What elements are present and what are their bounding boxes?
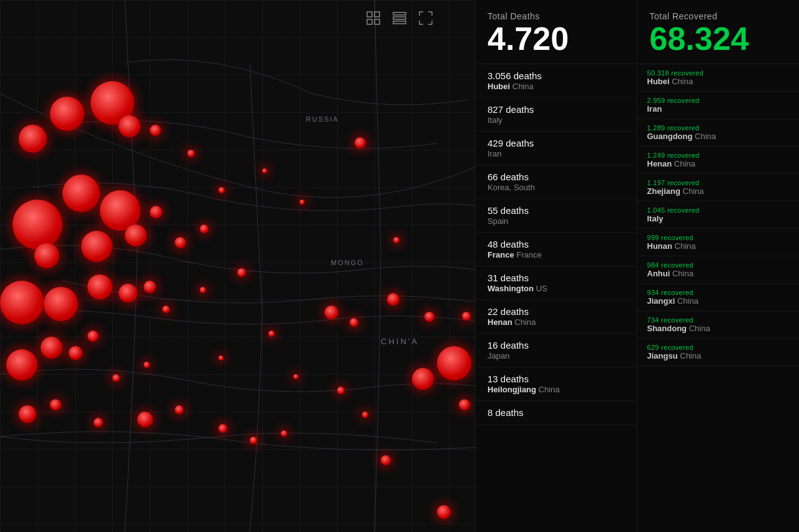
stat-location: Washington US: [488, 284, 624, 293]
dot-china-1: [387, 293, 400, 306]
dot-large-1: [50, 97, 84, 131]
dot-large-3: [19, 125, 47, 153]
stat-location: France France: [488, 250, 624, 259]
rec-location: Iran: [647, 104, 790, 114]
dot-sc-6: [350, 318, 358, 327]
dot-sc-8: [162, 306, 170, 313]
rec-count: 1.289 recovered: [647, 124, 790, 132]
dot-large-9: [6, 349, 37, 380]
dot-medium-9: [137, 412, 153, 427]
list-item: 31 deaths Washington US: [475, 266, 637, 300]
list-item: 50.318 recovered Hubei China: [637, 64, 800, 92]
rec-count: 1.045 recovered: [647, 206, 790, 214]
rec-count: 1.197 recovered: [647, 179, 790, 186]
dot-sc-7: [200, 287, 206, 293]
list-item: 984 recovered Anhui China: [637, 256, 800, 284]
dot-medium-2: [34, 243, 59, 268]
svg-rect-0: [367, 12, 372, 17]
dot-medium-3: [81, 231, 112, 262]
list-item: 3.056 deaths Hubei China: [475, 64, 637, 98]
list-item: 629 recovered Jiangsu China: [637, 339, 800, 366]
map-label-china: CHIN'A: [381, 337, 419, 346]
recovered-total: 68.324: [650, 22, 787, 55]
dot-medium-6: [119, 284, 137, 302]
map-label-russia: RUSSIA: [306, 115, 339, 123]
map-area: RUSSIA MONGO CHIN'A: [0, 0, 499, 532]
map-label-mongo: MONGO: [331, 259, 364, 266]
dot-medium-5: [87, 274, 112, 299]
list-item: 827 deaths Italy: [475, 98, 637, 132]
stat-count: 55 deaths: [488, 205, 624, 216]
stat-location: Korea, South: [488, 183, 624, 192]
rec-count: 734 recovered: [647, 316, 790, 324]
dot-china-medium: [412, 368, 434, 390]
stat-location: Spain: [488, 216, 624, 226]
dot-small-3: [144, 281, 156, 293]
dot-china-bottom: [459, 399, 470, 410]
list-item: 55 deaths Spain: [475, 199, 637, 233]
rec-count: 1.249 recovered: [647, 152, 790, 159]
dot-sc-3: [262, 168, 267, 173]
dot-sc-5: [325, 306, 338, 319]
rec-count: 999 recovered: [647, 234, 790, 241]
recovered-panel: Total Recovered 68.324 50.318 recovered …: [637, 0, 800, 532]
dot-sc-4: [300, 200, 305, 205]
stat-count: 429 deaths: [488, 138, 624, 148]
dot-sc-16: [200, 225, 208, 233]
dot-large-4: [12, 200, 62, 249]
dot-sc-17: [112, 374, 120, 382]
dot-small-9: [218, 424, 227, 433]
recovered-title: Total Recovered: [650, 11, 787, 21]
recovered-list: 50.318 recovered Hubei China 2.959 recov…: [637, 64, 800, 366]
dot-medium-4: [125, 225, 147, 246]
rec-location: Italy: [647, 214, 790, 223]
list-item: 22 deaths Henan China: [475, 300, 637, 334]
dot-china-large: [437, 346, 471, 380]
map-borders: [0, 0, 499, 532]
list-item: 934 recovered Jiangxi China: [637, 284, 800, 311]
stat-count: 3.056 deaths: [488, 70, 624, 81]
rec-count: 50.318 recovered: [647, 69, 790, 77]
list-icon[interactable]: [393, 11, 406, 27]
dot-large-8: [44, 287, 78, 321]
dot-sc-13: [362, 412, 368, 418]
dot-sc-14: [218, 355, 223, 360]
svg-rect-2: [367, 19, 372, 24]
list-item: 1.289 recovered Guangdong China: [637, 119, 800, 147]
svg-rect-4: [393, 12, 406, 15]
rec-count: 984 recovered: [647, 261, 790, 269]
stat-count: 13 deaths: [488, 374, 624, 384]
dot-sc-11: [293, 374, 298, 379]
qr-icon[interactable]: [419, 11, 433, 27]
dot-sc-9: [237, 268, 246, 277]
svg-rect-3: [375, 19, 380, 24]
stat-location: Italy: [488, 115, 624, 125]
dot-sc-20: [381, 455, 391, 465]
svg-rect-5: [393, 17, 406, 19]
right-panel: Total Deaths 4.720 3.056 deaths Hubei Ch…: [474, 0, 799, 532]
dot-small-7: [94, 418, 103, 427]
list-item: 1.249 recovered Henan China: [637, 147, 800, 174]
dot-china-small2: [462, 312, 471, 321]
icon-bar: [366, 11, 433, 27]
dot-small-4: [69, 346, 82, 360]
rec-location: Jiangxi China: [647, 296, 790, 306]
dot-sc-12: [337, 387, 345, 394]
stat-location: Henan China: [488, 317, 624, 327]
rec-location: Hubei China: [647, 77, 790, 86]
deaths-list: 3.056 deaths Hubei China 827 deaths Ital…: [475, 64, 637, 425]
stat-count: 31 deaths: [488, 273, 624, 283]
list-item: 2.959 recovered Iran: [637, 92, 800, 119]
dot-sc-15: [175, 237, 186, 248]
list-item: 429 deaths Iran: [475, 132, 637, 165]
grid-icon[interactable]: [366, 11, 380, 27]
list-item: 48 deaths France France: [475, 233, 637, 266]
dot-russia-small: [355, 137, 366, 148]
dot-sc-18: [144, 362, 150, 368]
svg-rect-1: [375, 12, 380, 17]
svg-rect-6: [393, 21, 406, 24]
deaths-header: Total Deaths 4.720: [475, 0, 637, 59]
dot-sc-2: [218, 187, 225, 193]
dot-small-5: [87, 331, 99, 342]
deaths-total: 4.720: [488, 22, 624, 55]
